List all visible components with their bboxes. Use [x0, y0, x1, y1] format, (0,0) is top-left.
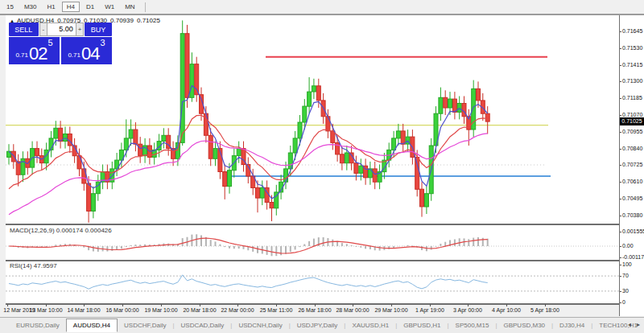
time-axis-label: 14 Mar 18:00 — [65, 307, 102, 313]
time-axis-label: 29 Mar 10:00 — [373, 307, 410, 313]
timeframe-button-15[interactable]: 15 — [2, 2, 18, 11]
price-axis-label: 0.70495 — [622, 195, 642, 201]
volume-input[interactable]: 5.00 — [47, 23, 76, 36]
price-axis-label: 0.70725 — [622, 162, 642, 167]
time-tick — [391, 304, 392, 306]
timeframe-buttons: 15M30H1H4D1W1MN — [2, 2, 142, 12]
low-value: 0.70939 — [110, 17, 134, 24]
chart-tab-GBPUSD-M30[interactable]: GBPUSD,M30 — [497, 319, 551, 331]
chart-tabs: EURUSD,DailyAUDUSD,H4USDCHF,Daily|USDCAD… — [10, 319, 644, 332]
chart-tab-SP500-M15[interactable]: SP500,M15 — [449, 319, 496, 331]
bid-pipette: 5 — [47, 39, 52, 47]
time-axis-label: 5 Apr 18:00 — [526, 307, 564, 313]
chart-tab-AUDUSD-H4[interactable]: AUDUSD,H4 — [66, 319, 118, 332]
timeframe-button-MN[interactable]: MN — [121, 2, 138, 11]
tab-scroll-left-icon[interactable]: ◂ — [628, 321, 631, 328]
time-tick — [46, 304, 47, 306]
rsi-svg — [6, 261, 619, 303]
macd-label: MACD(12,26,9) 0.000174 0.000426 — [10, 227, 112, 234]
time-tick — [122, 304, 123, 306]
timeframe-button-W1[interactable]: W1 — [101, 2, 118, 11]
time-axis-label: 4 Apr 10:00 — [488, 307, 525, 313]
bid-price-box[interactable]: 0.71 02 5 — [9, 37, 60, 64]
chart-tab-USDCNH-Daily[interactable]: USDCNH,Daily — [232, 319, 288, 331]
volume-increase-button[interactable]: + — [76, 23, 84, 36]
price-axis-label: 0.71415 — [622, 62, 642, 68]
volume-decrease-button[interactable]: - — [39, 23, 47, 36]
chart-tab-USDCAD-Daily[interactable]: USDCAD,Daily — [175, 319, 231, 331]
price-axis-label: 0.71300 — [622, 78, 642, 84]
price-axis-label: 0.70380 — [622, 212, 642, 218]
time-tick — [276, 304, 277, 306]
pane-separator[interactable] — [6, 260, 619, 261]
macd-axis-label: 0.001555 — [622, 228, 644, 234]
time-tick — [200, 304, 200, 306]
timeframe-button-M30[interactable]: M30 — [20, 2, 41, 11]
current-price-badge: 0.71025 — [620, 117, 644, 125]
toolbar-divider — [145, 2, 146, 12]
chart-tab-USDJPY-Daily[interactable]: USDJPY,Daily — [291, 319, 345, 331]
price-axis-label: 0.70610 — [622, 179, 642, 184]
time-axis-label: 1 Apr 19:00 — [411, 307, 448, 313]
time-tick — [545, 304, 546, 306]
chart-tab-XAUUSD-H1[interactable]: XAUUSD,H1 — [345, 319, 395, 331]
timeframe-button-H4[interactable]: H4 — [62, 2, 80, 12]
axis-border-line — [619, 15, 620, 316]
time-tick — [161, 304, 162, 306]
time-tick — [430, 304, 431, 306]
trade-controls-row: SELL - 5.00 + BUY — [9, 23, 112, 36]
trading-platform-window: 15M30H1H4D1W1MN ▲AUDUSD,H40.709750.71030… — [0, 0, 644, 333]
price-axis-label: 0.70955 — [622, 129, 642, 134]
pane-separator[interactable] — [6, 224, 619, 225]
macd-axis-label: 0.00 — [622, 243, 634, 249]
buy-button[interactable]: BUY — [85, 23, 112, 36]
time-tick — [237, 304, 238, 306]
quote-row: 0.71 02 5 0.71 04 3 — [9, 37, 112, 64]
macd-indicator-pane: MACD(12,26,9) 0.000174 0.000426 — [6, 225, 619, 260]
chart-tab-GBPUSD-H1[interactable]: GBPUSD,H1 — [397, 319, 447, 331]
time-axis-label: 26 Mar 18:00 — [296, 307, 333, 313]
time-axis: 12 Mar 201913 Mar 10:0014 Mar 18:0016 Ma… — [0, 304, 644, 317]
price-axis-column: 0.71025 0.716450.715300.714150.713000.71… — [620, 15, 644, 316]
tab-scroll-right-icon[interactable]: ▸ — [637, 321, 640, 328]
rsi-axis-label: 100 — [622, 261, 632, 267]
price-axis-label: 0.71645 — [622, 28, 642, 34]
time-tick — [315, 304, 316, 306]
time-tick — [468, 304, 469, 306]
time-tick — [84, 304, 85, 306]
ask-pipette: 3 — [100, 39, 105, 47]
time-tick — [353, 304, 353, 306]
rsi-indicator-pane: RSI(14) 47.9597 — [6, 261, 619, 303]
time-axis-label: 20 Mar 18:00 — [181, 307, 218, 313]
rsi-axis-label: 70 — [622, 273, 629, 278]
price-axis-label: 0.71530 — [622, 45, 642, 51]
sell-button[interactable]: SELL — [9, 23, 39, 36]
time-axis-label: 16 Mar 00:00 — [104, 307, 141, 313]
price-axis-label: 0.71185 — [622, 95, 642, 101]
time-axis-label: 3 Apr 00:00 — [449, 307, 486, 313]
chart-tab-USDCHF-Daily[interactable]: USDCHF,Daily — [118, 319, 172, 331]
chart-tab-DJ30-H4[interactable]: DJ30,H4 — [553, 319, 591, 331]
bid-main-digits: 02 — [29, 47, 47, 61]
ask-price-box[interactable]: 0.71 04 3 — [61, 37, 112, 64]
time-axis-label: 22 Mar 00:00 — [219, 307, 256, 313]
time-tick — [506, 304, 507, 306]
chart-tab-EURUSD-Daily[interactable]: EURUSD,Daily — [10, 319, 66, 331]
chart-tab-bar: EURUSD,DailyAUDUSD,H4USDCHF,Daily|USDCAD… — [0, 317, 644, 333]
time-tick — [7, 304, 8, 306]
timeframe-button-H1[interactable]: H1 — [43, 2, 59, 11]
ask-main-digits: 04 — [81, 47, 99, 61]
time-axis-label: 13 Mar 10:00 — [27, 307, 64, 313]
rsi-axis-label: 30 — [622, 288, 629, 294]
one-click-trade-panel: SELL - 5.00 + BUY 0.71 02 5 0.71 04 3 — [9, 23, 112, 64]
timeframe-button-D1[interactable]: D1 — [82, 2, 98, 11]
bid-prefix: 0.71 — [15, 51, 28, 59]
time-axis-label: 28 Mar 00:00 — [334, 307, 371, 313]
time-axis-label: 19 Mar 10:00 — [142, 307, 180, 313]
price-axis-label: 0.70840 — [622, 146, 642, 151]
macd-axis-label: -0.001176 — [622, 254, 644, 260]
timeframe-toolbar: 15M30H1H4D1W1MN — [0, 0, 644, 14]
ask-prefix: 0.71 — [68, 51, 80, 59]
time-axis-label: 25 Mar 11:00 — [258, 307, 295, 313]
close-value: 0.71025 — [137, 17, 160, 24]
